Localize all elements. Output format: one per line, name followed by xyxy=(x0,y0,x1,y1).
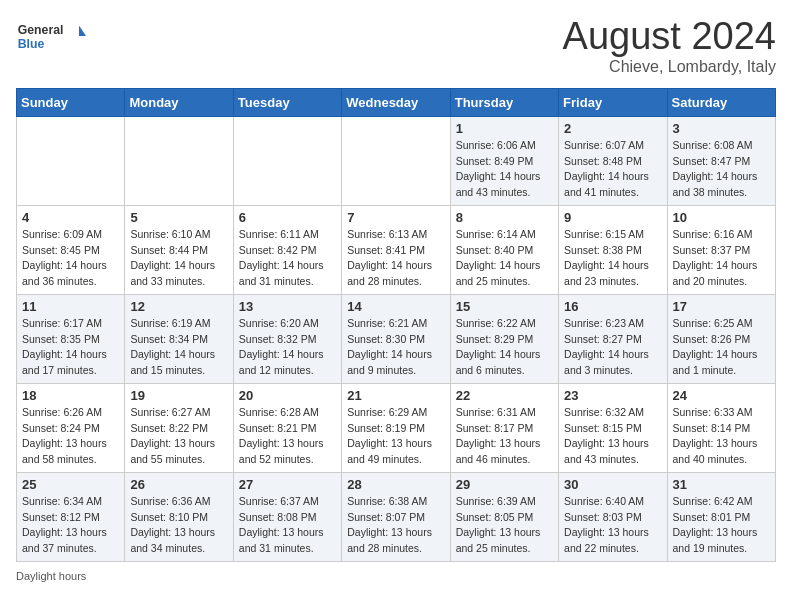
day-cell: 6Sunrise: 6:11 AM Sunset: 8:42 PM Daylig… xyxy=(233,205,341,294)
day-number: 20 xyxy=(239,388,336,403)
day-info: Sunrise: 6:09 AM Sunset: 8:45 PM Dayligh… xyxy=(22,227,119,290)
footer-note: Daylight hours xyxy=(16,570,776,582)
week-row-2: 4Sunrise: 6:09 AM Sunset: 8:45 PM Daylig… xyxy=(17,205,776,294)
day-number: 3 xyxy=(673,121,770,136)
day-header-monday: Monday xyxy=(125,88,233,116)
day-header-sunday: Sunday xyxy=(17,88,125,116)
header: General Blue August 2024 Chieve, Lombard… xyxy=(16,16,776,76)
day-cell: 11Sunrise: 6:17 AM Sunset: 8:35 PM Dayli… xyxy=(17,294,125,383)
day-number: 15 xyxy=(456,299,553,314)
svg-text:Blue: Blue xyxy=(18,37,45,51)
day-info: Sunrise: 6:23 AM Sunset: 8:27 PM Dayligh… xyxy=(564,316,661,379)
day-number: 8 xyxy=(456,210,553,225)
month-title: August 2024 xyxy=(563,16,776,58)
day-number: 18 xyxy=(22,388,119,403)
day-info: Sunrise: 6:06 AM Sunset: 8:49 PM Dayligh… xyxy=(456,138,553,201)
day-header-tuesday: Tuesday xyxy=(233,88,341,116)
day-info: Sunrise: 6:27 AM Sunset: 8:22 PM Dayligh… xyxy=(130,405,227,468)
day-cell: 10Sunrise: 6:16 AM Sunset: 8:37 PM Dayli… xyxy=(667,205,775,294)
day-number: 13 xyxy=(239,299,336,314)
day-info: Sunrise: 6:20 AM Sunset: 8:32 PM Dayligh… xyxy=(239,316,336,379)
day-info: Sunrise: 6:26 AM Sunset: 8:24 PM Dayligh… xyxy=(22,405,119,468)
svg-text:General: General xyxy=(18,23,64,37)
day-cell: 22Sunrise: 6:31 AM Sunset: 8:17 PM Dayli… xyxy=(450,383,558,472)
day-cell xyxy=(342,116,450,205)
day-cell: 27Sunrise: 6:37 AM Sunset: 8:08 PM Dayli… xyxy=(233,472,341,561)
day-number: 23 xyxy=(564,388,661,403)
day-number: 21 xyxy=(347,388,444,403)
day-number: 4 xyxy=(22,210,119,225)
day-cell: 4Sunrise: 6:09 AM Sunset: 8:45 PM Daylig… xyxy=(17,205,125,294)
day-info: Sunrise: 6:39 AM Sunset: 8:05 PM Dayligh… xyxy=(456,494,553,557)
week-row-1: 1Sunrise: 6:06 AM Sunset: 8:49 PM Daylig… xyxy=(17,116,776,205)
day-cell xyxy=(125,116,233,205)
day-header-friday: Friday xyxy=(559,88,667,116)
day-cell: 26Sunrise: 6:36 AM Sunset: 8:10 PM Dayli… xyxy=(125,472,233,561)
day-number: 11 xyxy=(22,299,119,314)
day-number: 30 xyxy=(564,477,661,492)
calendar-table: SundayMondayTuesdayWednesdayThursdayFrid… xyxy=(16,88,776,562)
day-info: Sunrise: 6:22 AM Sunset: 8:29 PM Dayligh… xyxy=(456,316,553,379)
day-info: Sunrise: 6:07 AM Sunset: 8:48 PM Dayligh… xyxy=(564,138,661,201)
day-info: Sunrise: 6:11 AM Sunset: 8:42 PM Dayligh… xyxy=(239,227,336,290)
day-number: 9 xyxy=(564,210,661,225)
day-info: Sunrise: 6:36 AM Sunset: 8:10 PM Dayligh… xyxy=(130,494,227,557)
day-cell: 9Sunrise: 6:15 AM Sunset: 8:38 PM Daylig… xyxy=(559,205,667,294)
day-cell: 13Sunrise: 6:20 AM Sunset: 8:32 PM Dayli… xyxy=(233,294,341,383)
day-info: Sunrise: 6:37 AM Sunset: 8:08 PM Dayligh… xyxy=(239,494,336,557)
day-cell: 2Sunrise: 6:07 AM Sunset: 8:48 PM Daylig… xyxy=(559,116,667,205)
day-cell: 5Sunrise: 6:10 AM Sunset: 8:44 PM Daylig… xyxy=(125,205,233,294)
day-header-saturday: Saturday xyxy=(667,88,775,116)
day-number: 2 xyxy=(564,121,661,136)
day-number: 12 xyxy=(130,299,227,314)
day-number: 26 xyxy=(130,477,227,492)
day-cell: 15Sunrise: 6:22 AM Sunset: 8:29 PM Dayli… xyxy=(450,294,558,383)
day-cell: 8Sunrise: 6:14 AM Sunset: 8:40 PM Daylig… xyxy=(450,205,558,294)
day-info: Sunrise: 6:40 AM Sunset: 8:03 PM Dayligh… xyxy=(564,494,661,557)
day-info: Sunrise: 6:21 AM Sunset: 8:30 PM Dayligh… xyxy=(347,316,444,379)
day-number: 22 xyxy=(456,388,553,403)
week-row-4: 18Sunrise: 6:26 AM Sunset: 8:24 PM Dayli… xyxy=(17,383,776,472)
day-cell: 24Sunrise: 6:33 AM Sunset: 8:14 PM Dayli… xyxy=(667,383,775,472)
day-number: 6 xyxy=(239,210,336,225)
day-cell: 18Sunrise: 6:26 AM Sunset: 8:24 PM Dayli… xyxy=(17,383,125,472)
day-cell: 14Sunrise: 6:21 AM Sunset: 8:30 PM Dayli… xyxy=(342,294,450,383)
day-number: 31 xyxy=(673,477,770,492)
title-area: August 2024 Chieve, Lombardy, Italy xyxy=(563,16,776,76)
day-info: Sunrise: 6:16 AM Sunset: 8:37 PM Dayligh… xyxy=(673,227,770,290)
day-info: Sunrise: 6:25 AM Sunset: 8:26 PM Dayligh… xyxy=(673,316,770,379)
day-info: Sunrise: 6:34 AM Sunset: 8:12 PM Dayligh… xyxy=(22,494,119,557)
day-cell: 1Sunrise: 6:06 AM Sunset: 8:49 PM Daylig… xyxy=(450,116,558,205)
day-number: 17 xyxy=(673,299,770,314)
day-cell: 29Sunrise: 6:39 AM Sunset: 8:05 PM Dayli… xyxy=(450,472,558,561)
day-cell xyxy=(17,116,125,205)
day-info: Sunrise: 6:38 AM Sunset: 8:07 PM Dayligh… xyxy=(347,494,444,557)
logo: General Blue xyxy=(16,16,86,56)
week-row-3: 11Sunrise: 6:17 AM Sunset: 8:35 PM Dayli… xyxy=(17,294,776,383)
day-cell: 17Sunrise: 6:25 AM Sunset: 8:26 PM Dayli… xyxy=(667,294,775,383)
day-cell: 7Sunrise: 6:13 AM Sunset: 8:41 PM Daylig… xyxy=(342,205,450,294)
day-cell: 21Sunrise: 6:29 AM Sunset: 8:19 PM Dayli… xyxy=(342,383,450,472)
day-info: Sunrise: 6:42 AM Sunset: 8:01 PM Dayligh… xyxy=(673,494,770,557)
day-header-wednesday: Wednesday xyxy=(342,88,450,116)
day-info: Sunrise: 6:29 AM Sunset: 8:19 PM Dayligh… xyxy=(347,405,444,468)
day-info: Sunrise: 6:33 AM Sunset: 8:14 PM Dayligh… xyxy=(673,405,770,468)
day-cell: 31Sunrise: 6:42 AM Sunset: 8:01 PM Dayli… xyxy=(667,472,775,561)
day-info: Sunrise: 6:14 AM Sunset: 8:40 PM Dayligh… xyxy=(456,227,553,290)
day-cell: 25Sunrise: 6:34 AM Sunset: 8:12 PM Dayli… xyxy=(17,472,125,561)
day-info: Sunrise: 6:13 AM Sunset: 8:41 PM Dayligh… xyxy=(347,227,444,290)
day-number: 1 xyxy=(456,121,553,136)
day-cell: 23Sunrise: 6:32 AM Sunset: 8:15 PM Dayli… xyxy=(559,383,667,472)
day-header-thursday: Thursday xyxy=(450,88,558,116)
day-cell: 19Sunrise: 6:27 AM Sunset: 8:22 PM Dayli… xyxy=(125,383,233,472)
day-info: Sunrise: 6:17 AM Sunset: 8:35 PM Dayligh… xyxy=(22,316,119,379)
day-number: 16 xyxy=(564,299,661,314)
day-cell: 20Sunrise: 6:28 AM Sunset: 8:21 PM Dayli… xyxy=(233,383,341,472)
day-number: 14 xyxy=(347,299,444,314)
day-cell: 30Sunrise: 6:40 AM Sunset: 8:03 PM Dayli… xyxy=(559,472,667,561)
day-headers: SundayMondayTuesdayWednesdayThursdayFrid… xyxy=(17,88,776,116)
day-info: Sunrise: 6:08 AM Sunset: 8:47 PM Dayligh… xyxy=(673,138,770,201)
day-cell xyxy=(233,116,341,205)
day-number: 25 xyxy=(22,477,119,492)
day-cell: 28Sunrise: 6:38 AM Sunset: 8:07 PM Dayli… xyxy=(342,472,450,561)
